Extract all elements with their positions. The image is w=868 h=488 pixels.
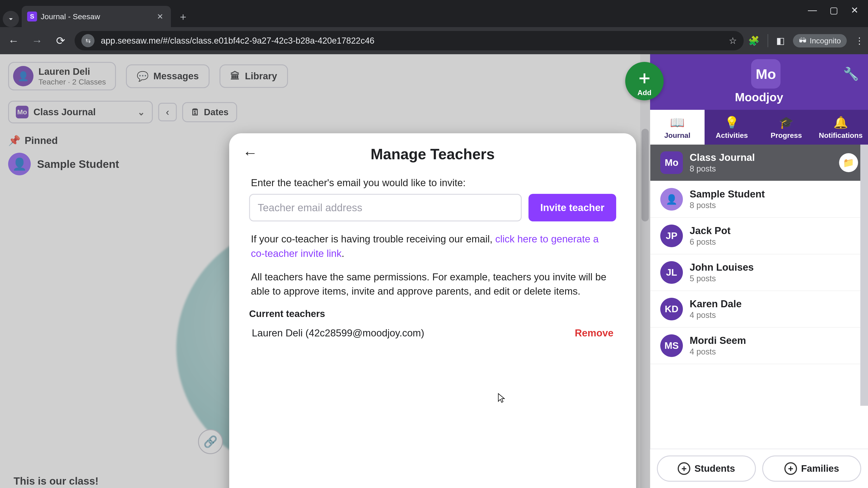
add-button-label: Add: [638, 89, 651, 97]
address-bar[interactable]: ⇆ app.seesaw.me/#/class/class.e01bf4c2-9…: [74, 31, 744, 51]
journal-list-item[interactable]: MSMordi Seem4 posts: [650, 328, 868, 364]
list-item-avatar: MS: [660, 334, 683, 357]
list-item-subtitle: 4 posts: [690, 311, 742, 320]
class-emblem: Mo: [751, 59, 780, 89]
activities-icon: 💡: [724, 116, 739, 129]
bookmark-icon[interactable]: ☆: [729, 35, 737, 46]
journal-list-item[interactable]: JPJack Pot6 posts: [650, 218, 868, 254]
extensions-icon[interactable]: 🧩: [748, 35, 760, 46]
tab-search-button[interactable]: [3, 11, 19, 27]
site-info-icon[interactable]: ⇆: [81, 34, 94, 47]
journal-list[interactable]: MoClass Journal8 posts📁👤Sample Student8 …: [650, 144, 868, 449]
settings-icon[interactable]: 🔧: [843, 66, 859, 81]
maximize-button[interactable]: ▢: [830, 5, 838, 15]
invite-teacher-button[interactable]: Invite teacher: [528, 194, 616, 221]
list-item-subtitle: 4 posts: [690, 347, 746, 357]
current-teachers-label: Current teachers: [249, 308, 616, 319]
list-item-title: Sample Student: [690, 188, 765, 200]
list-item-title: John Louises: [690, 262, 754, 273]
list-item-title: Class Journal: [690, 152, 755, 163]
tab-progress-label: Progress: [771, 131, 802, 140]
teacher-email-input[interactable]: [249, 194, 522, 221]
seesaw-favicon: S: [27, 11, 37, 22]
invite-prompt: Enter the teacher's email you would like…: [251, 177, 614, 188]
forward-button[interactable]: →: [28, 31, 46, 50]
list-item-subtitle: 8 posts: [690, 201, 765, 210]
list-item-avatar: JL: [660, 261, 683, 284]
help-text-prefix: If your co-teacher is having trouble rec…: [251, 233, 495, 245]
list-item-subtitle: 5 posts: [690, 274, 754, 283]
add-button[interactable]: ＋ Add: [625, 62, 664, 100]
side-panel-icon[interactable]: ◧: [776, 35, 785, 46]
right-rail: ＋ Add Mo 🔧 Moodjoy 📖 Journal 💡 Activitie…: [650, 54, 868, 488]
journal-list-item[interactable]: 👤Sample Student8 posts: [650, 181, 868, 218]
tab-progress[interactable]: 🎓 Progress: [759, 110, 813, 144]
list-item-subtitle: 8 posts: [690, 164, 755, 173]
progress-icon: 🎓: [779, 116, 794, 129]
help-text-suffix: .: [342, 248, 344, 259]
back-button[interactable]: ←: [4, 31, 23, 50]
close-tab-button[interactable]: ✕: [157, 12, 163, 21]
close-window-button[interactable]: ✕: [851, 5, 859, 15]
tab-activities-label: Activities: [716, 131, 748, 140]
list-item-avatar: JP: [660, 225, 683, 247]
plus-icon: ＋: [636, 66, 653, 90]
teacher-row: Lauren Deli (42c28599@moodjoy.com)Remove: [247, 324, 618, 342]
new-tab-button[interactable]: ＋: [175, 8, 191, 25]
folder-icon[interactable]: 📁: [839, 153, 858, 172]
co-teacher-help-text: If your co-teacher is having trouble rec…: [251, 232, 614, 261]
families-button[interactable]: + Families: [762, 455, 861, 482]
list-item-subtitle: 6 posts: [690, 237, 731, 247]
kebab-menu-icon[interactable]: ⋮: [855, 35, 864, 46]
tab-activities[interactable]: 💡 Activities: [705, 110, 759, 144]
tab-journal-label: Journal: [664, 131, 690, 140]
list-item-avatar: 👤: [660, 188, 683, 210]
class-name: Moodjoy: [659, 89, 859, 110]
bell-icon: 🔔: [833, 116, 848, 129]
tab-notifications[interactable]: 🔔 Notifications: [813, 110, 868, 144]
permissions-note: All teachers have the same permissions. …: [251, 270, 614, 299]
journal-list-item[interactable]: MoClass Journal8 posts📁: [650, 144, 868, 181]
browser-tab[interactable]: S Journal - Seesaw ✕: [22, 6, 171, 27]
list-item-title: Karen Dale: [690, 298, 742, 310]
list-item-title: Mordi Seem: [690, 335, 746, 346]
modal-title: Manage Teachers: [247, 145, 618, 163]
incognito-indicator[interactable]: 🕶 Incognito: [793, 34, 847, 47]
list-item-title: Jack Pot: [690, 225, 731, 236]
tab-title: Journal - Seesaw: [41, 12, 100, 21]
minimize-button[interactable]: —: [808, 5, 817, 15]
list-item-avatar: Mo: [660, 151, 683, 174]
journal-list-item[interactable]: JLJohn Louises5 posts: [650, 254, 868, 291]
tab-journal[interactable]: 📖 Journal: [650, 110, 705, 144]
journal-list-item[interactable]: KDKaren Dale4 posts: [650, 291, 868, 328]
journal-icon: 📖: [670, 116, 685, 129]
reload-button[interactable]: ⟳: [51, 31, 70, 50]
url-text: app.seesaw.me/#/class/class.e01bf4c2-9a2…: [101, 36, 375, 46]
plus-circle-icon: +: [678, 462, 690, 475]
modal-back-button[interactable]: ←: [243, 144, 258, 161]
remove-teacher-button[interactable]: Remove: [575, 327, 614, 339]
chevron-down-icon: [6, 14, 16, 24]
families-button-label: Families: [801, 463, 839, 474]
plus-circle-icon: +: [784, 462, 797, 475]
students-button-label: Students: [694, 463, 735, 474]
incognito-label: Incognito: [810, 36, 841, 45]
tab-notifications-label: Notifications: [819, 131, 863, 140]
toolbar-separator: [768, 34, 768, 47]
students-button[interactable]: + Students: [657, 455, 756, 482]
list-item-avatar: KD: [660, 298, 683, 320]
manage-teachers-modal: ← Manage Teachers Enter the teacher's em…: [229, 133, 636, 488]
teacher-display: Lauren Deli (42c28599@moodjoy.com): [252, 327, 424, 339]
incognito-icon: 🕶: [799, 36, 807, 45]
